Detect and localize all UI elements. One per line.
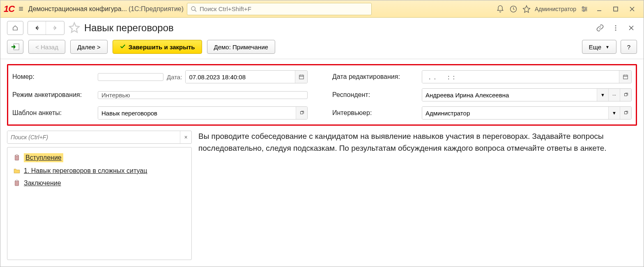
nav-back-button[interactable] [28,21,46,35]
respondent-field[interactable] [422,89,597,101]
help-button[interactable]: ? [621,40,637,54]
link-button[interactable] [594,22,606,34]
svg-rect-25 [623,75,628,79]
app-window: 1C ≡ Демонстрационная конфигура... (1С:П… [0,0,644,267]
arrow-right-icon [52,25,58,31]
mode-field[interactable] [98,91,308,99]
svg-rect-29 [624,94,627,96]
interviewer-dropdown-button[interactable]: ▼ [608,107,620,119]
global-search[interactable] [187,3,372,15]
favorite-toggle[interactable] [69,22,80,35]
tree-search-clear[interactable]: × [180,131,191,143]
app-subtitle: (1С:Предприятие) [129,5,184,13]
back-step-button[interactable]: < Назад [28,40,65,54]
demo-note-button[interactable]: Демо: Примечание [207,40,275,54]
svg-point-0 [191,7,195,10]
page-title: Навык переговоров [84,22,174,34]
tree-item-label: Заключение [24,180,61,187]
more-button[interactable]: Еще ▼ [582,40,616,54]
edit-date-label: Дата редактирования: [332,73,419,81]
number-field[interactable] [98,73,163,81]
arrow-left-icon [34,25,40,31]
close-window-button[interactable] [624,3,640,15]
tree-list: Вступление 1. Навык переговоров в сложны… [7,147,192,260]
tree-search-input[interactable] [7,131,180,143]
folder-icon [13,167,21,175]
tree-search[interactable]: × [7,131,192,144]
tree-item-conclusion[interactable]: Заключение [9,177,190,189]
minimize-button[interactable] [591,3,607,15]
user-name[interactable]: Администратор [535,6,576,12]
interviewer-label: Интервьюер: [332,109,419,117]
respondent-open-button[interactable] [620,89,631,101]
search-icon [191,6,197,12]
finish-label: Завершить и закрыть [129,44,195,51]
number-label: Номер: [12,73,94,81]
settings-icon[interactable] [578,2,591,16]
export-button[interactable] [7,40,23,54]
date-picker-button[interactable] [295,71,307,83]
form-area: Номер: Дата: Дата редактирования: [7,64,637,126]
svg-rect-33 [16,155,18,156]
respondent-dropdown-button[interactable]: ▼ [597,89,608,101]
template-field[interactable] [98,107,296,119]
svg-rect-30 [300,112,303,114]
template-label: Шаблон анкеты: [12,109,94,117]
interviewer-open-button[interactable] [620,107,631,119]
svg-rect-21 [299,75,304,79]
page-header: Навык переговоров [0,18,644,38]
svg-line-1 [195,10,196,12]
interviewer-field[interactable] [422,107,608,119]
svg-point-7 [585,8,586,9]
more-label: Еще [589,44,602,51]
svg-rect-10 [614,7,618,11]
close-page-button[interactable] [626,22,637,34]
tree-item-intro[interactable]: Вступление [9,151,190,165]
nav-forward-button[interactable] [46,21,64,35]
notifications-icon[interactable] [494,2,507,16]
calendar-icon [623,74,628,80]
svg-point-15 [615,25,616,26]
titlebar: 1C ≡ Демонстрационная конфигура... (1С:П… [0,0,644,18]
svg-rect-31 [624,112,627,114]
toolbar: < Назад Далее > Завершить и закрыть Демо… [0,38,644,59]
content-text: Вы проводите собеседование с кандидатом … [197,131,637,260]
respondent-label: Респондент: [332,91,419,99]
next-step-button[interactable]: Далее > [70,40,108,54]
svg-point-17 [615,30,616,31]
date-field[interactable] [186,71,295,83]
global-search-input[interactable] [200,5,368,12]
calendar-icon [299,74,304,80]
favorites-icon[interactable] [520,2,533,16]
maximize-button[interactable] [607,3,624,15]
app-logo: 1C [4,4,14,14]
svg-rect-35 [16,180,18,182]
home-icon [12,25,18,31]
template-open-button[interactable] [296,107,307,119]
svg-point-16 [615,28,616,29]
tree-item-skill[interactable]: 1. Навык переговоров в сложных ситуац [9,165,190,177]
more-menu-button[interactable] [610,22,621,34]
respondent-select-button[interactable]: ··· [608,89,620,101]
open-icon [299,110,304,115]
edit-date-picker-button[interactable] [619,71,631,83]
mode-label: Режим анкетирования: [12,91,94,99]
chevron-down-icon: ▼ [605,45,610,49]
tree-item-label: Вступление [24,153,63,162]
open-icon [623,92,628,97]
history-icon[interactable] [507,2,520,16]
svg-point-6 [582,7,584,8]
lower-split: × Вступление 1. Навык переговоров в слож… [0,131,644,267]
svg-point-8 [583,10,584,11]
app-title: Демонстрационная конфигура... [28,5,127,13]
finish-button[interactable]: Завершить и закрыть [113,40,202,54]
tree-panel: × Вступление 1. Навык переговоров в слож… [7,131,192,260]
nav-buttons [28,21,64,35]
tree-item-label: 1. Навык переговоров в сложных ситуац [24,167,147,175]
date-label: Дата: [163,74,185,81]
clipboard-icon [13,180,21,187]
star-icon [69,22,80,33]
menu-icon[interactable]: ≡ [18,4,23,14]
edit-date-field[interactable] [422,71,619,83]
home-button[interactable] [7,21,23,35]
